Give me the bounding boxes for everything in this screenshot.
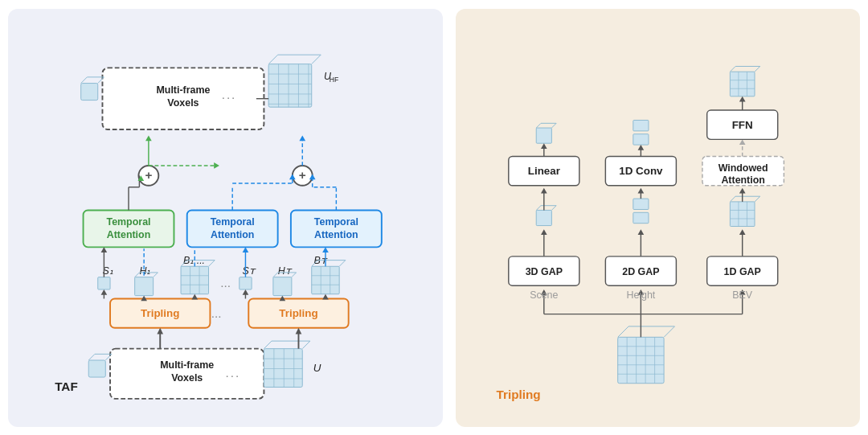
svg-text:Voxels: Voxels	[171, 371, 203, 383]
svg-marker-72	[322, 293, 329, 299]
svg-text:HF: HF	[330, 75, 338, 83]
right-panel: Tripling	[456, 9, 860, 427]
svg-line-136	[618, 326, 628, 336]
svg-text:Attention: Attention	[211, 228, 255, 240]
svg-line-122	[312, 55, 321, 64]
svg-line-38	[209, 260, 215, 266]
svg-rect-184	[633, 212, 649, 223]
svg-text:Temporal: Temporal	[314, 215, 358, 227]
svg-text:FFN: FFN	[732, 119, 753, 131]
svg-marker-66	[191, 293, 198, 299]
svg-text:Multi-frame: Multi-frame	[160, 359, 214, 370]
svg-marker-194	[739, 229, 746, 235]
svg-marker-209	[739, 139, 746, 145]
svg-text:Tripling: Tripling	[141, 307, 179, 319]
svg-text:Hᴛ: Hᴛ	[278, 265, 293, 276]
svg-marker-186	[638, 187, 645, 193]
svg-rect-52	[312, 266, 339, 293]
svg-rect-36	[181, 266, 208, 293]
svg-text:+: +	[145, 168, 152, 182]
main-container: TAF Multi-frame Voxels ... U	[8, 9, 860, 427]
svg-text:...: ...	[226, 366, 241, 380]
svg-line-197	[755, 196, 760, 202]
svg-rect-30	[98, 277, 110, 289]
svg-marker-62	[101, 289, 108, 294]
svg-rect-47	[273, 277, 292, 295]
svg-text:U: U	[313, 362, 321, 374]
svg-marker-25	[157, 327, 163, 334]
svg-rect-120	[268, 64, 312, 107]
svg-marker-221	[739, 96, 746, 101]
svg-line-176	[536, 123, 541, 128]
svg-line-10	[302, 341, 310, 349]
svg-marker-172	[541, 187, 547, 193]
svg-marker-166	[541, 229, 547, 235]
svg-rect-167	[536, 210, 551, 225]
left-diagram: TAF Multi-frame Voxels ... U	[21, 22, 430, 414]
svg-text:Windowed: Windowed	[719, 162, 768, 173]
svg-text:Attention: Attention	[107, 228, 151, 240]
svg-line-137	[664, 326, 674, 336]
svg-line-33	[154, 272, 158, 277]
svg-text:BEV: BEV	[732, 289, 753, 301]
svg-rect-31	[135, 277, 154, 295]
svg-text:3D GAP: 3D GAP	[526, 265, 563, 277]
svg-rect-116	[81, 83, 98, 100]
svg-rect-135	[618, 337, 664, 383]
svg-line-214	[755, 66, 760, 72]
svg-text:Voxels: Voxels	[167, 97, 199, 109]
svg-rect-189	[633, 120, 649, 130]
svg-text:Linear: Linear	[528, 165, 560, 177]
svg-line-49	[292, 272, 297, 277]
svg-text:...: ...	[220, 276, 231, 289]
svg-text:H₁: H₁	[139, 265, 150, 276]
svg-marker-109	[299, 135, 305, 141]
left-panel: TAF Multi-frame Voxels ... U	[8, 9, 443, 427]
svg-marker-27	[296, 327, 302, 334]
svg-rect-8	[264, 348, 302, 387]
svg-line-196	[731, 196, 736, 202]
svg-text:Temporal: Temporal	[107, 215, 151, 227]
svg-text:...: ...	[222, 87, 237, 101]
svg-text:Multi-frame: Multi-frame	[156, 84, 210, 95]
svg-text:Tripling: Tripling	[279, 307, 317, 319]
svg-marker-111	[214, 162, 219, 169]
svg-text:Attention: Attention	[314, 228, 358, 240]
svg-marker-68	[243, 289, 249, 294]
svg-text:Sᴛ: Sᴛ	[243, 265, 256, 276]
svg-line-121	[268, 55, 277, 64]
svg-rect-190	[633, 133, 649, 144]
svg-text:Scene: Scene	[530, 289, 558, 301]
svg-rect-195	[731, 201, 755, 226]
right-diagram: Tripling	[472, 22, 844, 414]
svg-marker-192	[638, 145, 645, 150]
svg-line-117	[81, 76, 88, 83]
svg-rect-175	[536, 128, 551, 143]
svg-rect-212	[731, 72, 755, 96]
svg-rect-45	[240, 277, 252, 289]
svg-rect-4	[88, 360, 105, 377]
svg-marker-182	[638, 229, 645, 235]
svg-line-9	[264, 341, 272, 349]
svg-line-54	[339, 260, 346, 266]
svg-marker-89	[322, 247, 329, 252]
svg-text:Temporal: Temporal	[211, 215, 255, 227]
tripling-label: Tripling	[497, 387, 541, 400]
svg-text:Attention: Attention	[722, 174, 766, 185]
svg-text:...: ...	[211, 306, 222, 320]
svg-line-168	[536, 205, 541, 210]
svg-text:1D GAP: 1D GAP	[724, 265, 761, 277]
svg-text:+: +	[299, 168, 306, 182]
svg-line-169	[552, 205, 557, 210]
svg-marker-180	[541, 143, 547, 149]
svg-line-213	[731, 66, 736, 72]
svg-marker-204	[739, 187, 746, 193]
taf-label: TAF	[55, 380, 78, 393]
svg-line-5	[88, 354, 95, 360]
svg-marker-107	[145, 135, 152, 141]
svg-rect-183	[633, 199, 649, 209]
svg-marker-87	[243, 247, 249, 252]
svg-marker-83	[101, 247, 108, 252]
svg-text:2D GAP: 2D GAP	[622, 265, 659, 277]
svg-line-177	[552, 123, 557, 128]
